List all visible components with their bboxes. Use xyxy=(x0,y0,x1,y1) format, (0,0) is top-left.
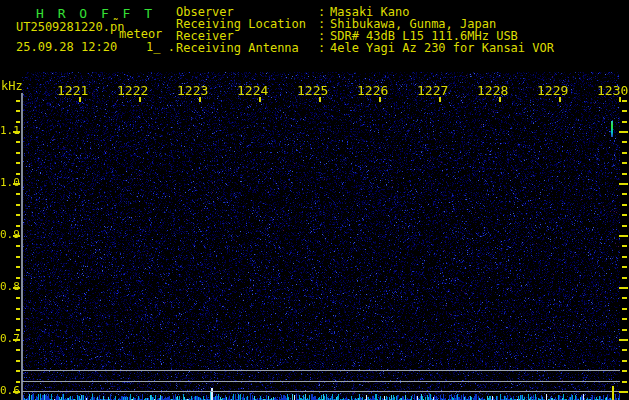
tick-mark xyxy=(16,360,20,362)
tick-mark xyxy=(16,204,20,206)
tick-mark xyxy=(16,141,20,143)
y-tick-label-0.7: 0.7 xyxy=(0,333,20,345)
tick-mark xyxy=(16,349,20,351)
tick-mark xyxy=(16,225,20,227)
tick-mark xyxy=(16,308,20,310)
x-tick-label-1221: 1221 xyxy=(57,83,91,98)
tick-mark xyxy=(622,308,627,310)
meteor-echo-streak xyxy=(611,121,613,137)
tick-mark xyxy=(622,277,627,279)
tick-mark xyxy=(16,193,20,195)
x-tick-label-1222: 1222 xyxy=(117,83,151,98)
tick-mark xyxy=(622,173,627,175)
tick-mark xyxy=(16,162,20,164)
carrier-line-064khz xyxy=(22,370,620,371)
tick-mark xyxy=(622,225,627,227)
output-filename: UT2509281220.pn xyxy=(16,20,124,34)
x-tick-label-1226: 1226 xyxy=(357,83,391,98)
tick-mark xyxy=(619,183,628,185)
x-tick-label-1228: 1228 xyxy=(477,83,511,98)
tick-mark xyxy=(16,256,20,258)
y-tick-label-0.6: 0.6 xyxy=(0,385,20,397)
y-tick-label-1.0: 1.0 xyxy=(0,177,20,189)
tick-mark xyxy=(16,381,20,383)
tick-mark xyxy=(622,329,627,331)
y-axis-line xyxy=(21,93,23,400)
tick-mark xyxy=(16,318,20,320)
tick-mark xyxy=(16,370,20,372)
tick-mark xyxy=(16,329,20,331)
progress-counter: 1_ . xyxy=(146,40,175,54)
tick-mark xyxy=(619,235,628,237)
tick-mark xyxy=(622,318,627,320)
tick-mark xyxy=(622,214,627,216)
station-name: meteor xyxy=(119,27,162,41)
hrofft-screen: H R O F F T UT2509281220.pn ˜ meteor 25.… xyxy=(0,0,629,400)
tick-mark xyxy=(16,297,20,299)
tick-mark xyxy=(619,131,628,133)
carrier-line-060khz xyxy=(22,391,620,392)
app-title: H R O F F T xyxy=(36,6,155,21)
y-tick-label-0.9: 0.9 xyxy=(0,229,20,241)
tick-mark xyxy=(622,121,627,123)
tick-mark xyxy=(619,287,628,289)
tick-mark xyxy=(619,391,628,393)
tick-mark xyxy=(16,245,20,247)
x-tick-label-1224: 1224 xyxy=(237,83,271,98)
tick-mark xyxy=(622,152,627,154)
tick-mark xyxy=(622,297,627,299)
current-time-marker xyxy=(612,386,614,400)
tick-mark xyxy=(622,349,627,351)
y-tick-label-1.1: 1.1 xyxy=(0,125,20,137)
y-tick-label-0.8: 0.8 xyxy=(0,281,20,293)
tick-mark xyxy=(16,214,20,216)
info-label-antenna: Receiving Antenna xyxy=(176,41,299,55)
tick-mark xyxy=(622,256,627,258)
tick-mark xyxy=(16,277,20,279)
tick-mark xyxy=(622,360,627,362)
info-separator: : xyxy=(318,41,325,55)
x-tick-label-1229: 1229 xyxy=(537,83,571,98)
carrier-line-062khz xyxy=(22,381,620,382)
tick-mark xyxy=(622,204,627,206)
tick-mark xyxy=(622,381,627,383)
spectrogram-noise xyxy=(22,72,620,400)
tick-mark xyxy=(622,100,627,102)
tick-mark xyxy=(622,266,627,268)
tick-mark xyxy=(622,370,627,372)
info-value-antenna: 4ele Yagi Az 230 for Kansai VOR xyxy=(330,41,554,55)
tick-mark xyxy=(622,193,627,195)
tick-mark xyxy=(622,141,627,143)
x-tick-label-1230: 1230 xyxy=(597,83,629,98)
tick-mark xyxy=(16,100,20,102)
tick-mark xyxy=(622,110,627,112)
tick-mark xyxy=(16,266,20,268)
tick-mark xyxy=(16,110,20,112)
x-tick-label-1223: 1223 xyxy=(177,83,211,98)
x-tick-label-1227: 1227 xyxy=(417,83,451,98)
observation-datetime: 25.09.28 12:20 xyxy=(16,40,117,54)
tick-mark xyxy=(16,173,20,175)
tick-mark xyxy=(619,339,628,341)
tick-mark xyxy=(16,152,20,154)
y-axis-unit-label: kHz xyxy=(1,79,23,93)
x-tick-label-1225: 1225 xyxy=(297,83,331,98)
tick-mark xyxy=(622,162,627,164)
tick-mark xyxy=(16,121,20,123)
tick-mark xyxy=(622,245,627,247)
